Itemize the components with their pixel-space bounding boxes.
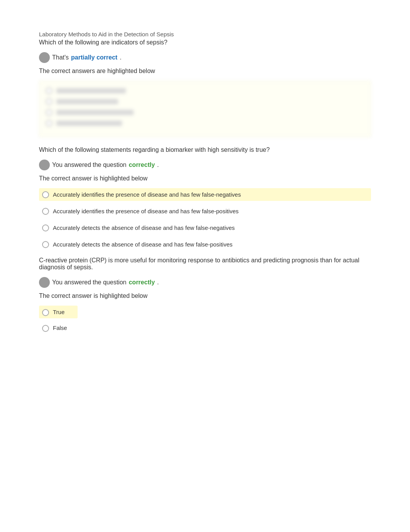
question1-correct-note: The correct answers are highlighted belo…	[39, 68, 371, 75]
question2-result-prefix: You answered the question	[52, 161, 126, 168]
answer-option-q2-1: Accurately identifies the presence of di…	[39, 188, 371, 201]
answer-option-q3-true: True	[39, 306, 78, 318]
blurred-row-4	[46, 120, 364, 127]
blurred-radio-4	[46, 120, 53, 127]
answer-text-q2-1: Accurately identifies the presence of di…	[53, 190, 241, 199]
question2-correct-note: The correct answer is highlighted below	[39, 175, 371, 182]
answer-text-q2-4: Accurately detects the absence of diseas…	[53, 240, 232, 248]
question1-text: Which of the following are indicators of…	[39, 39, 371, 46]
answer-option-q2-2: Accurately identifies the presence of di…	[39, 205, 371, 218]
blurred-bar-4	[56, 121, 122, 126]
blurred-radio-1	[46, 87, 53, 94]
answer-option-q2-4: Accurately detects the absence of diseas…	[39, 238, 371, 251]
result-icon-2	[39, 160, 50, 170]
question1-partial-correct-label: partially correct	[71, 54, 117, 61]
radio-q2-3[interactable]	[42, 224, 49, 231]
course-title: Laboratory Methods to Aid in the Detecti…	[39, 31, 371, 37]
blurred-radio-3	[46, 109, 53, 116]
question1-result-prefix: That's	[52, 54, 69, 61]
blurred-row-3	[46, 109, 364, 116]
radio-q2-2[interactable]	[42, 208, 49, 215]
blurred-row-1	[46, 87, 364, 94]
answer-text-q2-3: Accurately detects the absence of diseas…	[53, 224, 235, 232]
question3-result-row: You answered the question correctly .	[39, 277, 371, 288]
result-icon-1	[39, 52, 50, 63]
question3-answers: True False	[39, 306, 371, 334]
blurred-bar-2	[56, 99, 118, 104]
result-icon-3	[39, 277, 50, 288]
answer-text-q2-2: Accurately identifies the presence of di…	[53, 207, 239, 215]
question3-text: C-reactive protein (CRP) is more useful …	[39, 257, 371, 271]
radio-q2-1[interactable]	[42, 191, 49, 198]
radio-q3-false[interactable]	[42, 325, 49, 332]
question1-answers-blurred	[39, 81, 371, 137]
question2-result-row: You answered the question correctly .	[39, 160, 371, 170]
question3-result-suffix: .	[157, 279, 159, 286]
question1-result-row: That's partially correct .	[39, 52, 371, 63]
answer-option-q2-3: Accurately detects the absence of diseas…	[39, 221, 371, 234]
radio-q3-true[interactable]	[42, 309, 49, 316]
answer-text-q3-false: False	[53, 324, 67, 332]
blurred-row-2	[46, 98, 364, 105]
question3-correctly-label: correctly	[129, 279, 155, 286]
question3-result-prefix: You answered the question	[52, 279, 126, 286]
blurred-bar-1	[56, 88, 126, 93]
question2-text: Which of the following statements regard…	[39, 146, 371, 153]
question1-result-suffix: .	[120, 54, 121, 61]
answer-option-q3-false: False	[39, 321, 78, 334]
question3-correct-note: The correct answer is highlighted below	[39, 292, 371, 299]
question2-answers: Accurately identifies the presence of di…	[39, 188, 371, 251]
question2-correctly-label: correctly	[129, 161, 155, 168]
blurred-bar-3	[56, 110, 134, 115]
answer-text-q3-true: True	[53, 308, 64, 316]
radio-q2-4[interactable]	[42, 241, 49, 248]
question2-result-suffix: .	[157, 161, 159, 168]
page-container: Laboratory Methods to Aid in the Detecti…	[31, 0, 379, 371]
blurred-radio-2	[46, 98, 53, 105]
